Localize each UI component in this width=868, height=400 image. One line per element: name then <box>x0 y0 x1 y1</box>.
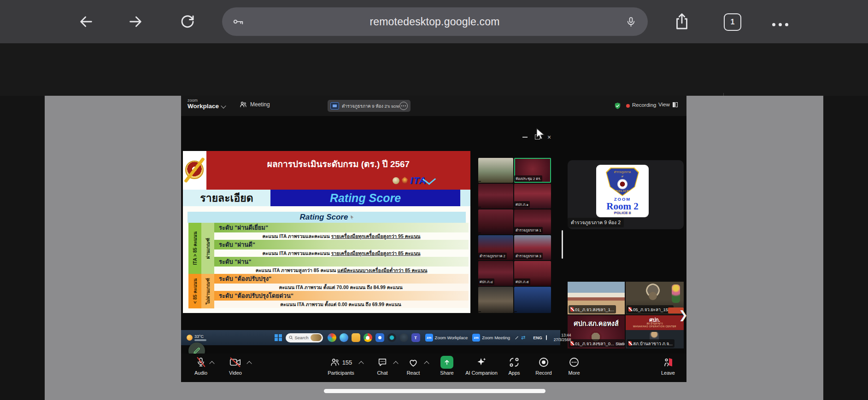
rating-row-level: ระดับ "ผ่านดี" <box>214 240 469 249</box>
rail-orange-inner: ไม่ผ่านเกณฑ์ <box>201 274 214 308</box>
leave-button[interactable]: Leave <box>651 356 686 382</box>
agency-logo <box>183 151 206 190</box>
share-button[interactable] <box>672 11 692 33</box>
app-icon-people[interactable] <box>375 333 384 342</box>
shared-screen-label: ตำรวจภูธรภาค 9 ห้อง 2's screen <box>342 103 399 110</box>
ai-companion-icon <box>475 356 487 368</box>
participant-video[interactable]: 05_ภ.จว.ยะลา_15... <box>626 282 684 314</box>
participant-video[interactable]: ศปก. สภ.บ้านลาขาว WANAKHAO OPERATION CEN… <box>626 315 684 348</box>
video-tile[interactable] <box>478 158 513 183</box>
voice-search-icon[interactable] <box>625 16 637 28</box>
video-tile[interactable] <box>478 209 513 234</box>
ai-companion-label: AI Companion <box>465 370 498 376</box>
garuda-emblem-icon <box>402 177 408 184</box>
video-tile[interactable]: ศปก.ภ.๑ <box>514 184 551 209</box>
police-badge: ตำรวจภูธรภาค ๙ POLICE <box>606 168 639 196</box>
zoom-workplace-logo[interactable]: zoom Workplace <box>188 98 219 110</box>
rating-row-level: ระดับ "ผ่าน" <box>214 257 469 267</box>
muted-mic-icon <box>570 307 574 312</box>
reload-icon <box>179 13 196 30</box>
video-tile[interactable]: ตำรวจภูธรภาค 2 <box>478 235 513 260</box>
participant-video[interactable]: ศปก.สภ.คอหงส์ 01_ภ.จว.สงขลา_0...Station <box>568 315 625 348</box>
taskbar-zoom-meeting-label[interactable]: Zoom Meeting <box>482 335 510 340</box>
video-button[interactable]: Video <box>218 356 253 382</box>
app-icon-teams[interactable]: T <box>411 333 420 342</box>
tab-meeting[interactable]: Meeting <box>239 100 270 109</box>
video-tile[interactable] <box>478 287 513 313</box>
tray-date: 27/3/2568 <box>554 338 571 342</box>
react-label: React <box>407 370 420 376</box>
view-button[interactable]: View <box>658 102 678 107</box>
app-icon-media[interactable] <box>387 333 396 342</box>
app-icon-chrome[interactable] <box>364 333 372 342</box>
participants-count: 155 <box>342 359 352 366</box>
app-icon-folder[interactable] <box>352 333 360 342</box>
app-icon-edge[interactable] <box>340 333 348 342</box>
record-label: Record <box>535 370 551 376</box>
reload-button[interactable] <box>178 12 197 31</box>
slide-cursor-icon <box>351 215 353 220</box>
shared-screen-options-icon[interactable] <box>399 102 408 110</box>
tray-language[interactable]: ENG <box>533 336 542 340</box>
workspace-chevron-down-icon[interactable] <box>221 103 226 108</box>
ai-companion-button[interactable]: AI Companion <box>464 356 499 382</box>
more-label: More <box>568 370 580 376</box>
weather-widget[interactable]: 33°C <box>187 335 206 341</box>
meeting-people-icon <box>239 100 247 109</box>
app-icon-globe[interactable] <box>399 333 408 342</box>
start-button[interactable] <box>275 334 282 342</box>
app-icon-colors[interactable] <box>328 333 336 342</box>
video-tile[interactable] <box>514 287 551 313</box>
chat-button[interactable]: Chat <box>365 356 400 382</box>
rating-row-desc: คะแนน ITA ภาพรวม ตั้งแต่ 0.00 คะแนน ถึง … <box>214 301 469 308</box>
close-icon[interactable]: × <box>547 135 551 139</box>
room-video-card[interactable]: ตำรวจภูธรภาค ๙ POLICE ZOOM Room 2 POLICE… <box>568 160 684 229</box>
more-button[interactable]: More <box>557 356 592 382</box>
recording-label: Recording <box>632 102 656 108</box>
chat-label: Chat <box>377 370 387 376</box>
record-button[interactable]: Record <box>526 356 561 382</box>
rail-green-outer: ITA > 85 คะแนน <box>188 223 201 274</box>
video-tile[interactable]: ศปก.ภ.๕ <box>514 261 551 286</box>
video-tile[interactable]: ศปก.ภ.๔ <box>478 261 513 286</box>
react-button[interactable]: React <box>396 356 431 382</box>
video-tile-active-speaker[interactable]: ห้องประชุม 2 ตร. <box>514 158 551 183</box>
tray-sync-icon[interactable]: ⇄ <box>521 335 525 341</box>
browser-toolbar: remotedesktop.google.com 1 <box>0 0 868 43</box>
app-icon-zoom-meeting[interactable]: zm <box>472 334 480 342</box>
weather-icon <box>187 335 193 341</box>
address-bar[interactable]: remotedesktop.google.com <box>222 7 648 36</box>
tray-overflow-chevron[interactable] <box>515 336 518 339</box>
participant-video[interactable]: 01_ภ.จว.สงขลา_1... <box>568 282 625 314</box>
security-shield-icon[interactable] <box>614 102 622 110</box>
back-button[interactable] <box>77 12 95 31</box>
room-number-text: Room 2 <box>596 202 649 211</box>
participants-button[interactable]: 155 Participants <box>323 356 358 382</box>
camera-muted-icon <box>229 357 241 367</box>
tray-pen-display-icon[interactable] <box>546 335 547 340</box>
tab-switcher-button[interactable]: 1 <box>724 13 741 31</box>
rating-row-level: ระดับ "ต้องปรับปรุงโดยด่วน" <box>214 291 469 301</box>
gallery-scrollbar[interactable] <box>562 230 563 259</box>
tray-clock[interactable]: 13:44 27/3/2568 <box>554 333 571 342</box>
share-icon <box>674 12 690 31</box>
page-scrollbar[interactable] <box>324 389 545 393</box>
muted-mic-icon <box>628 307 632 312</box>
forward-button[interactable] <box>126 12 145 31</box>
shared-screen-pill[interactable]: ตำรวจภูธรภาค 9 ห้อง 2's screen <box>328 100 411 112</box>
share-screen-icon <box>440 356 453 369</box>
share-screen-button[interactable]: Share <box>429 356 464 382</box>
taskbar-search-box[interactable]: Search <box>286 333 323 342</box>
taskbar-zoom-workplace-label[interactable]: Zoom Workplace <box>435 335 468 340</box>
browser-menu-button[interactable] <box>770 20 790 28</box>
minimize-icon[interactable] <box>522 137 528 138</box>
video-tile[interactable]: ตำรวจภูธรภาค 3 <box>514 235 551 260</box>
app-icon-zoom-workplace[interactable]: zm <box>425 334 433 342</box>
tab-meeting-label: Meeting <box>250 101 270 108</box>
gallery-next-chevron[interactable]: ❯ <box>679 308 688 321</box>
leave-label: Leave <box>661 370 675 376</box>
video-tile[interactable]: ตำรวจภูธรภาค 1 <box>514 209 551 234</box>
video-tile[interactable] <box>478 184 513 209</box>
weather-temp: 33°C <box>194 335 206 339</box>
audio-button[interactable]: Audio <box>183 356 218 382</box>
